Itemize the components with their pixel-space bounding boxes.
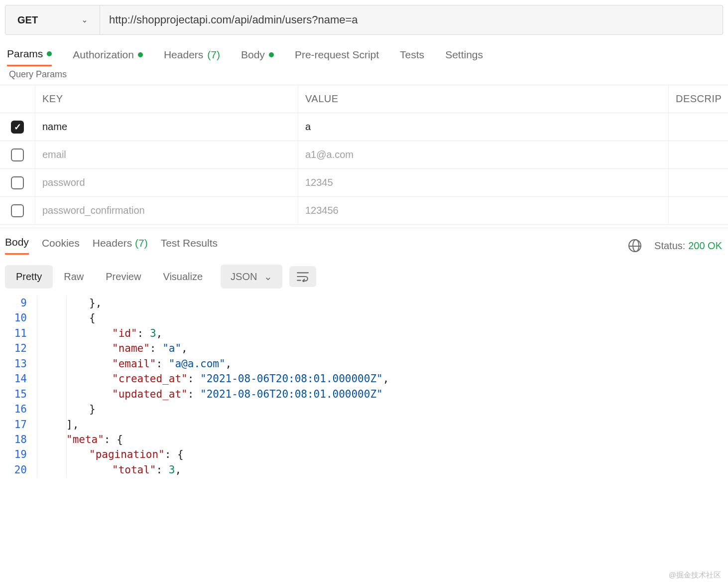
param-key-input[interactable]: password_confirmation (35, 197, 298, 224)
line-number: 19 (2, 447, 37, 462)
response-tabs: Body Cookies Headers (7) Test Results St… (0, 228, 728, 258)
col-key: KEY (35, 85, 298, 113)
line-number: 18 (2, 432, 37, 447)
code-line: 20"total": 3, (2, 462, 728, 477)
globe-icon[interactable] (628, 239, 641, 252)
headers-count: (7) (207, 49, 220, 61)
status-dot-icon (269, 52, 274, 57)
param-checkbox[interactable] (11, 176, 24, 189)
line-content: "created_at": "2021-08-06T20:08:01.00000… (37, 371, 728, 386)
body-format-value: JSON (231, 271, 257, 283)
http-method-select[interactable]: GET ⌄ (5, 5, 100, 34)
tab-params[interactable]: Params (7, 48, 52, 66)
word-wrap-icon (296, 271, 309, 282)
line-content: { (37, 310, 728, 325)
body-format-select[interactable]: JSON ⌄ (221, 265, 282, 289)
line-content: "email": "a@a.com", (37, 356, 728, 371)
body-view-segment: Pretty Raw Preview Visualize (5, 265, 214, 289)
chevron-down-icon: ⌄ (264, 271, 272, 283)
param-value-input[interactable]: 123456 (298, 197, 668, 224)
view-raw[interactable]: Raw (53, 265, 95, 289)
line-content: "updated_at": "2021-08-06T20:08:01.00000… (37, 387, 728, 402)
code-line: 13"email": "a@a.com", (2, 356, 728, 371)
tab-tests[interactable]: Tests (400, 48, 424, 66)
tab-prereq-label: Pre-request Script (295, 49, 379, 61)
response-body-toolbar: Pretty Raw Preview Visualize JSON ⌄ (0, 258, 728, 295)
view-preview[interactable]: Preview (95, 265, 152, 289)
line-content: } (37, 402, 728, 417)
tab-tests-label: Tests (400, 49, 424, 61)
param-row: password12345 (0, 169, 728, 197)
code-line: 12"name": "a", (2, 341, 728, 356)
param-value-input[interactable]: a (298, 113, 668, 141)
resp-tab-tests[interactable]: Test Results (161, 237, 218, 254)
param-row: emaila1@a.com (0, 141, 728, 169)
line-content: "id": 3, (37, 326, 728, 341)
param-desc-input[interactable] (668, 141, 728, 168)
col-value: VALUE (298, 85, 668, 113)
line-number: 20 (2, 462, 37, 477)
view-visualize[interactable]: Visualize (152, 265, 214, 289)
tab-settings[interactable]: Settings (445, 48, 483, 66)
view-pretty[interactable]: Pretty (5, 265, 53, 289)
params-table: KEY VALUE DESCRIP ✓nameaemaila1@a.compas… (0, 85, 728, 225)
tab-auth-label: Authorization (73, 49, 134, 61)
param-value-input[interactable]: a1@a.com (298, 141, 668, 168)
line-number: 16 (2, 402, 37, 417)
code-line: 15"updated_at": "2021-08-06T20:08:01.000… (2, 387, 728, 402)
param-checkbox[interactable] (11, 204, 24, 217)
tab-authorization[interactable]: Authorization (73, 48, 143, 66)
param-key-input[interactable]: password (35, 169, 298, 196)
param-key-input[interactable]: email (35, 141, 298, 168)
param-checkbox[interactable] (11, 148, 24, 161)
line-number: 15 (2, 387, 37, 402)
line-number: 14 (2, 371, 37, 386)
tab-params-label: Params (7, 48, 43, 60)
param-value-input[interactable]: 12345 (298, 169, 668, 196)
tab-prerequest[interactable]: Pre-request Script (295, 48, 379, 66)
line-number: 13 (2, 356, 37, 371)
code-line: 11"id": 3, (2, 326, 728, 341)
params-header-row: KEY VALUE DESCRIP (0, 85, 728, 113)
param-key-input[interactable]: name (35, 113, 298, 141)
tab-body-label: Body (241, 49, 265, 61)
resp-tab-headers[interactable]: Headers (7) (93, 237, 148, 254)
param-checkbox[interactable]: ✓ (11, 121, 24, 134)
code-line: 10{ (2, 310, 728, 325)
code-line: 9}, (2, 295, 728, 310)
line-content: "pagination": { (37, 447, 728, 462)
line-content: "name": "a", (37, 341, 728, 356)
request-tabs: Params Authorization Headers (7) Body Pr… (0, 40, 728, 68)
param-row: password_confirmation123456 (0, 197, 728, 225)
response-code-viewer[interactable]: 9},10{11"id": 3,12"name": "a",13"email":… (0, 295, 728, 477)
line-content: }, (37, 295, 728, 310)
status-dot-icon (138, 52, 143, 57)
code-line: 19"pagination": { (2, 447, 728, 462)
tab-headers[interactable]: Headers (7) (164, 48, 220, 66)
tab-body[interactable]: Body (241, 48, 274, 66)
line-content: "total": 3, (37, 462, 728, 477)
resp-headers-count: (7) (135, 237, 148, 249)
url-value: http://shopprojectapi.com/api/admin/user… (109, 13, 358, 26)
resp-tab-body[interactable]: Body (5, 236, 29, 255)
col-desc: DESCRIP (668, 85, 728, 113)
chevron-down-icon: ⌄ (82, 16, 88, 24)
line-number: 11 (2, 326, 37, 341)
code-line: 17], (2, 417, 728, 432)
param-desc-input[interactable] (668, 169, 728, 196)
tab-headers-label: Headers (164, 49, 203, 61)
line-content: ], (37, 417, 728, 432)
request-bar: GET ⌄ http://shopprojectapi.com/api/admi… (5, 5, 723, 35)
param-desc-input[interactable] (668, 197, 728, 224)
code-line: 18"meta": { (2, 432, 728, 447)
resp-tab-cookies[interactable]: Cookies (42, 237, 80, 254)
param-row: ✓namea (0, 113, 728, 141)
param-desc-input[interactable] (668, 113, 728, 141)
section-query-params: Query Params (0, 68, 728, 85)
url-input[interactable]: http://shopprojectapi.com/api/admin/user… (100, 5, 723, 34)
status-block: Status: 200 OK (654, 240, 722, 252)
line-number: 10 (2, 310, 37, 325)
line-number: 17 (2, 417, 37, 432)
tab-settings-label: Settings (445, 49, 483, 61)
word-wrap-button[interactable] (289, 266, 316, 287)
